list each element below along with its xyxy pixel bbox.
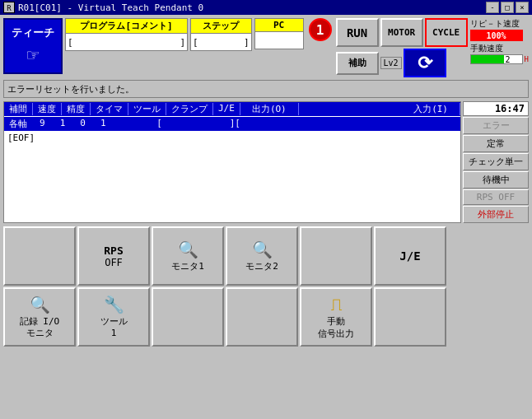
monitor1-label: モニタ1 [171,261,204,272]
title-controls: - □ × [486,2,529,13]
monitor2-icon: 🔍 [252,240,273,259]
tool1-icon: 🔧 [104,295,124,314]
replay-speed-bar: 100% [470,30,523,41]
rps-off-button[interactable]: RPS OFF [77,226,150,286]
empty-btn-4 [226,287,298,347]
step-box: ステップ [ ] [190,18,252,51]
data-ツール: 1 [93,118,114,130]
program-bracket-end: ] [180,37,185,48]
data-クランプ [114,118,152,130]
empty-btn-2 [300,226,372,286]
record-io-icon: 🔍 [30,295,50,314]
empty-btn-1 [3,226,76,286]
hand-icon: ☞ [27,44,39,67]
right-panel: 16:47 エラー 定常 チェック単一 待機中 RPS OFF 外部停止 [463,101,529,223]
col-input: 入力(I) [402,103,460,115]
title-icon: R [3,2,15,13]
monitor2-button[interactable]: 🔍 モニタ2 [226,226,298,286]
joint-button[interactable]: ⟳ [404,49,446,77]
table-data-row: 各軸 9 1 0 1 [ ][ [4,117,460,131]
bottom-row-2: 🔍 記録 I/O モニタ 🔧 ツール 1 ⎍ 手動 信号出力 [3,287,529,347]
step-bracket: [ [193,37,198,48]
teach-label: ティーチ [12,26,54,40]
je-button[interactable]: J/E [374,226,446,286]
program-box: プログラム[コメント] [ ] [65,18,188,51]
rps-bottom: OFF [105,257,123,268]
step-content: [ ] [191,34,251,50]
data-input [244,118,282,130]
main-area: ティーチ ☞ プログラム[コメント] [ ] ステップ [ ] PC [0,15,532,419]
data-je: [ [152,118,167,130]
data-各軸: 各軸 [4,118,32,130]
col-output: 出力(O) [240,103,299,115]
table-area: 補間 速度 精度 タイマ ツール クランプ J/E 出力(O) 入力(I) 各軸… [3,101,461,223]
data-速度: 9 [32,118,53,130]
time-display: 16:47 [463,101,529,116]
pc-label: PC [255,19,303,32]
minimize-button[interactable]: - [486,2,499,13]
manual-signal-button[interactable]: ⎍ 手動 信号出力 [300,287,372,347]
error-status[interactable]: エラー [463,117,529,134]
title-bar: R R01[C01] - Virtual Teach Pendant 0 - □… [0,0,532,15]
waiting-status[interactable]: 待機中 [463,171,529,189]
motor-button[interactable]: MOTOR [380,18,423,47]
manual-speed-value: 2 [506,55,511,64]
maximize-button[interactable]: □ [501,2,514,13]
lv2-badge: Lv2 [380,57,402,69]
empty-btn-3 [152,287,224,347]
teach-button[interactable]: ティーチ ☞ [3,18,63,74]
manual-speed-bar-container: 2 [470,54,523,64]
empty-btn-5 [374,287,446,347]
rps-top: RPS [104,244,123,257]
error-area: エラーリセットを行いました。 [3,80,529,98]
stop-status[interactable]: 外部停止 [463,206,529,223]
monitor2-label: モニタ2 [245,261,278,272]
speed-section: リピ－ト速度 100% 手動速度 2 H [470,18,529,64]
col-補間: 補間 [4,103,33,115]
program-label: プログラム[コメント] [66,19,187,34]
col-ツール: ツール [128,103,166,115]
manual-signal-label: 手動 信号出力 [318,316,354,340]
step-bracket-end: ] [244,37,250,48]
manual-speed-label: 手動速度 [470,43,529,54]
h-label: H [525,55,529,63]
manual-speed-bar [471,55,504,63]
manual-signal-icon: ⎍ [331,294,342,314]
je-label: J/E [399,249,420,263]
program-content: [ ] [66,34,187,50]
col-タイマ: タイマ [91,103,128,115]
rps-off-status[interactable]: RPS OFF [463,189,529,205]
monitor1-button[interactable]: 🔍 モニタ1 [152,226,224,286]
number-badge: 1 [309,18,332,41]
pc-content [255,32,303,49]
record-io-label: 記録 I/O モニタ [20,316,60,340]
monitor1-icon: 🔍 [178,240,198,259]
close-button[interactable]: × [516,2,529,13]
bottom-row-1: RPS OFF 🔍 モニタ1 🔍 モニタ2 J/E [3,226,529,286]
table-body: [EOF] [4,131,460,145]
data-bracket2: ][ [226,118,244,130]
pc-box: PC [254,18,304,49]
tool1-label: ツール 1 [100,316,128,340]
check-status[interactable]: チェック単一 [463,153,529,170]
data-タイマ: 0 [72,118,93,130]
step-label: ステップ [191,19,251,34]
data-output [167,118,226,130]
record-io-button[interactable]: 🔍 記録 I/O モニタ [3,287,76,347]
col-je: J/E [213,103,240,115]
hojo-button[interactable]: 補助 [336,52,379,75]
error-message: エラーリセットを行いました。 [7,83,134,95]
normal-status[interactable]: 定常 [463,135,529,152]
col-速度: 速度 [33,103,62,115]
program-bracket: [ [68,37,73,48]
replay-speed-value: 100% [487,31,506,40]
col-クランプ: クランプ [166,103,213,115]
joint-icon: ⟳ [418,53,432,73]
tool1-button[interactable]: 🔧 ツール 1 [77,287,150,347]
table-header: 補間 速度 精度 タイマ ツール クランプ J/E 出力(O) 入力(I) [4,102,460,116]
data-精度: 1 [53,118,73,130]
col-精度: 精度 [62,103,91,115]
cycle-button[interactable]: CYCLE [425,18,468,47]
run-button[interactable]: RUN [336,18,379,47]
eof-text: [EOF] [7,133,35,143]
